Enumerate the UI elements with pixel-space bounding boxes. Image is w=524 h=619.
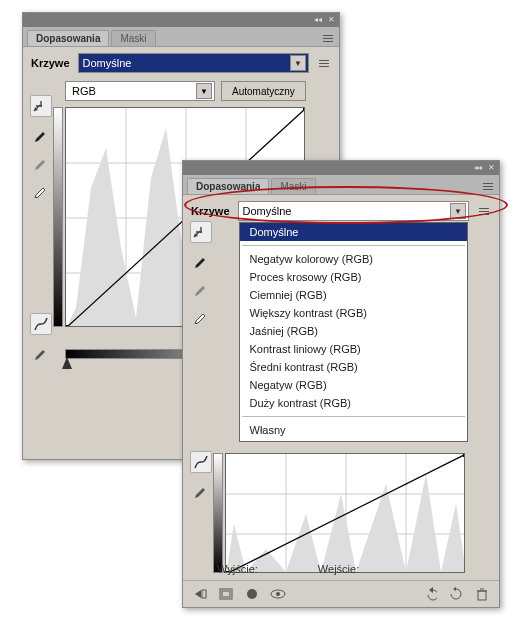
tab-row: Dopasowania Maski [183,175,499,195]
eyedropper-gray-icon[interactable] [30,151,52,173]
title-bar: ◂◂ ✕ [183,161,499,175]
svg-marker-46 [453,587,456,591]
chevron-down-icon[interactable]: ▼ [196,83,212,99]
preset-row: Krzywe Domyślne ▼ [31,53,331,73]
pencil-mode-icon[interactable] [190,479,212,501]
panel-menu-icon[interactable] [321,30,335,46]
close-icon[interactable]: ✕ [486,164,496,172]
svg-rect-7 [66,325,69,327]
preset-dropdown-list: Domyślne Negatyw kolorowy (RGB) Proces k… [239,222,468,442]
collapse-icon[interactable]: ◂◂ [473,164,483,172]
preset-option[interactable]: Średni kontrast (RGB) [240,358,467,376]
clip-to-layer-icon[interactable] [241,585,263,603]
collapse-icon[interactable]: ◂◂ [313,16,323,24]
eyedropper-gray-icon[interactable] [190,277,212,299]
chevron-down-icon[interactable]: ▼ [450,203,466,219]
preset-row: Krzywe Domyślne ▼ Domyślne Negatyw kolor… [191,201,491,221]
preset-menu-icon[interactable] [477,203,491,219]
targeted-adjust-tool[interactable] [30,95,52,117]
preset-option[interactable]: Jaśniej (RGB) [240,322,467,340]
preset-option[interactable]: Proces krosowy (RGB) [240,268,467,286]
svg-marker-45 [429,587,433,593]
eyedropper-white-icon[interactable] [190,305,212,327]
tab-row: Dopasowania Maski [23,27,339,47]
tab-masks[interactable]: Maski [111,30,155,46]
expand-view-icon[interactable] [215,585,237,603]
preset-option[interactable]: Negatyw kolorowy (RGB) [240,250,467,268]
preset-label: Krzywe [31,57,70,69]
adjustments-panel-front: ◂◂ ✕ Dopasowania Maski Krzywe Domyślne ▼… [182,160,500,608]
eyedropper-black-icon[interactable] [30,123,52,145]
input-label: Wejście: [318,563,359,575]
separator [242,245,465,246]
auto-button[interactable]: Automatyczny [221,81,306,101]
preset-value: Domyślne [83,57,132,69]
back-to-list-icon[interactable] [189,585,211,603]
output-label: Wyjście: [217,563,258,575]
pencil-mode-icon[interactable] [30,341,52,363]
tab-adjustments[interactable]: Dopasowania [187,178,269,194]
trash-icon[interactable] [471,585,493,603]
svg-rect-39 [202,590,206,598]
svg-point-42 [247,589,257,599]
channel-row: RGB ▼ Automatyczny [65,81,331,101]
curve-mode-icon[interactable] [30,313,52,335]
svg-rect-34 [463,454,465,457]
svg-marker-38 [195,590,201,598]
tool-column-upper [29,95,53,201]
tool-column-mid [29,313,53,363]
reset-icon[interactable] [445,585,467,603]
preset-value: Domyślne [243,205,292,217]
eyedropper-black-icon[interactable] [190,249,212,271]
close-icon[interactable]: ✕ [326,16,336,24]
tool-column-upper [189,221,213,327]
preset-dropdown-open[interactable]: Domyślne ▼ Domyślne Negatyw kolorowy (RG… [238,201,469,221]
preset-label: Krzywe [191,205,230,217]
footer-row [183,580,499,607]
tab-adjustments[interactable]: Dopasowania [27,30,109,46]
svg-point-44 [276,592,280,596]
preset-dropdown[interactable]: Domyślne ▼ [78,53,309,73]
svg-marker-9 [62,357,72,369]
curve-mode-icon[interactable] [190,451,212,473]
preset-option[interactable]: Negatyw (RGB) [240,376,467,394]
channel-dropdown[interactable]: RGB ▼ [65,81,215,101]
visibility-icon[interactable] [267,585,289,603]
preset-option[interactable]: Większy kontrast (RGB) [240,304,467,322]
chevron-down-icon[interactable]: ▼ [290,55,306,71]
svg-rect-47 [478,591,486,600]
preset-option[interactable]: Kontrast liniowy (RGB) [240,340,467,358]
panel-menu-icon[interactable] [481,178,495,194]
channel-value: RGB [72,85,96,97]
io-row: Wyjście: Wejście: [217,543,359,581]
black-point-handle[interactable] [62,357,72,369]
preset-option[interactable]: Ciemniej (RGB) [240,286,467,304]
previous-state-icon[interactable] [419,585,441,603]
preset-menu-icon[interactable] [317,55,331,71]
svg-rect-41 [222,591,230,597]
title-bar: ◂◂ ✕ [23,13,339,27]
targeted-adjust-tool[interactable] [190,221,212,243]
preset-option-custom[interactable]: Własny [240,421,467,439]
preset-option[interactable]: Domyślne [240,223,467,241]
output-gradient [53,107,63,327]
separator [242,416,465,417]
tool-column-mid [189,451,213,501]
svg-rect-8 [303,108,305,111]
tab-masks[interactable]: Maski [271,178,315,194]
eyedropper-white-icon[interactable] [30,179,52,201]
preset-option[interactable]: Duży kontrast (RGB) [240,394,467,412]
